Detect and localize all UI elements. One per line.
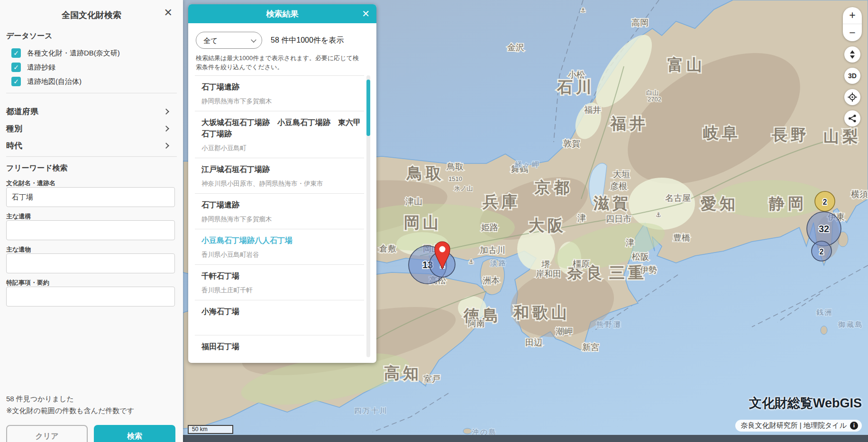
datasource-option[interactable]: ✓遺跡抄録 [11,62,173,73]
3d-button[interactable]: 3D [844,68,860,84]
map-bottom-bar [183,435,868,442]
map-label-prefecture: 鳥取 [406,164,445,182]
map-label-prefecture: 石川 [557,78,595,96]
attribution-text: 奈良文化財研究所 | 地理院タイル [741,421,847,430]
found-note: ※文化財の範囲の件数も含んだ件数です [6,406,134,415]
scrollbar-thumb[interactable] [366,80,370,136]
map-label-city: 彦根 [610,181,627,191]
search-results-panel: 検索結果 ✕ 全て 58 件中1000件を表示 検索結果は最大1000件まで表示… [188,4,376,363]
accordion-0[interactable]: 都道府県 [6,104,177,118]
map-label-city: 豊橋 [673,233,690,243]
result-item[interactable]: 小海石丁場 [195,300,364,335]
result-item-location [201,322,362,330]
result-item-location: 静岡県熱海市下多賀瘤木 [201,97,362,106]
map-label-city: 金沢 [507,43,524,52]
checkbox-label: 各種文化財・遺跡DB(奈文研) [27,49,120,58]
chevron-right-icon [163,126,169,132]
map-label-prefecture: 高知 [384,364,422,382]
results-note: 検索結果は最大1000件まで表示されます。必要に応じて検索条件を絞り込んでくださ… [196,54,365,72]
results-header: 検索結果 ✕ [188,4,376,23]
results-title: 検索結果 [266,9,299,19]
info-button[interactable]: i [850,422,858,430]
result-item[interactable]: 大坂城石垣石丁場跡 小豆島石丁場跡 東六甲石丁場跡小豆郡小豆島町 [195,111,364,158]
map-label-prefecture: 和歌山 [513,304,570,321]
map-label-sea: 銭洲 [816,308,833,316]
map-label-city: 姫路 [481,223,498,232]
cluster-count: 2 [823,198,827,206]
map-label-city: 津 [577,213,586,223]
share-button[interactable] [844,110,860,126]
crosshair-locate-icon [848,92,857,102]
zoom-controls: + − [843,7,862,41]
field-input-1[interactable] [6,220,175,240]
found-count: 58 件見つかりました [6,395,74,404]
map-label-prefecture: 京都 [534,179,573,196]
scale-bar: 50 km [188,425,233,434]
app-watermark-title: 文化財総覧WebGIS [749,395,862,412]
tilt-compass-button[interactable] [844,46,860,63]
map-label-city: 横須賀 [851,189,868,199]
island-mikurajima [821,326,827,334]
map-label-city: 敦賀 [563,139,580,148]
result-item[interactable]: 千軒石丁場香川県土庄町千軒 [195,265,364,300]
map-label-sea: 四万十川 [354,407,388,415]
map-label-prefecture: 福井 [610,115,649,132]
map-label-city: 橿原 [573,259,590,269]
result-item-name: 千軒石丁場 [201,271,362,282]
field-label: 主な遺物 [6,245,31,254]
locate-button[interactable] [844,89,860,105]
cluster-count: 32 [819,224,829,234]
results-list: 石丁場遺跡静岡県熱海市下多賀瘤木大坂城石垣石丁場跡 小豆島石丁場跡 東六甲石丁場… [195,75,364,357]
map-label-city: 津山 [405,197,422,206]
clear-button[interactable]: クリア [6,425,88,442]
result-item-location: 香川県小豆島町岩谷 [201,251,362,259]
map-label-prefecture: 兵庫 [482,193,521,210]
map-label-prefecture: 静岡 [768,195,807,212]
checkbox-checked-icon[interactable]: ✓ [11,63,21,72]
scrollbar-track[interactable] [366,75,370,357]
result-item-name: 小豆島石丁場跡八人石丁場 [201,235,362,246]
checkbox-checked-icon[interactable]: ✓ [11,77,21,86]
cluster-marker[interactable]: 2 [815,191,835,211]
results-close-button[interactable]: ✕ [362,8,370,19]
checkbox-label: 遺跡抄録 [27,63,55,72]
result-item[interactable]: 江戸城石垣石丁場跡神奈川県小田原市、静岡県熱海市・伊東市 [195,158,364,194]
map-label-city: 四日市 [606,214,631,224]
result-item-name: 大坂城石垣石丁場跡 小豆島石丁場跡 東六甲石丁場跡 [201,117,362,140]
sidebar-close-button[interactable]: ✕ [164,7,173,19]
filter-select[interactable]: 全て [196,32,262,49]
cluster-marker[interactable]: 2 [812,241,831,261]
result-item-location: 静岡県熱海市下多賀瘤木 [201,215,362,224]
result-item[interactable]: 石丁場遺跡静岡県熱海市下多賀瘤木 [195,76,364,111]
result-item-name: 石丁場遺跡 [201,199,362,211]
cluster-marker[interactable]: 32 [807,212,841,246]
result-item-location: 香川県小豆島町福田 [201,357,362,357]
result-item[interactable]: 石丁場遺跡静岡県熱海市下多賀瘤木 [195,194,364,229]
checkbox-label: 遺跡地図(自治体) [27,77,82,86]
accordion-2[interactable]: 時代 [6,138,177,153]
cluster-count: 2 [820,248,824,256]
map-label-city: 新宮 [582,343,599,352]
map-label-city: 小松 [568,70,585,80]
anchor-port-icon: ⚓ [580,7,586,14]
field-input-3[interactable] [6,287,175,307]
field-input-0[interactable] [6,187,175,207]
map-label-prefecture: 岡山 [404,214,442,231]
result-item-name: 福田石丁場 [201,341,362,352]
result-item[interactable]: 福田石丁場香川県小豆島町福田 [195,335,364,357]
map-label-prefecture: 岐阜 [703,124,741,142]
map-label-city: 潮岬 [556,327,573,336]
checkbox-checked-icon[interactable]: ✓ [11,48,21,58]
datasource-option[interactable]: ✓各種文化財・遺跡DB(奈文研) [11,47,173,59]
zoom-in-button[interactable]: + [843,7,862,24]
map-label-city: 大垣 [613,170,630,179]
filter-select-wrap: 全て [196,32,262,49]
map-label-city: 高岡 [631,18,649,27]
result-item[interactable]: 小豆島石丁場跡八人石丁場香川県小豆島町岩谷 [195,229,364,265]
map-label-terrain: 白山 [646,89,658,96]
accordion-1[interactable]: 種別 [6,121,177,135]
datasource-option[interactable]: ✓遺跡地図(自治体) [11,76,173,87]
field-input-2[interactable] [6,253,175,273]
search-sidebar: 全国文化財検索 ✕ データソース ✓各種文化財・遺跡DB(奈文研)✓遺跡抄録✓遺… [0,0,183,442]
search-button[interactable]: 検索 [94,425,175,442]
